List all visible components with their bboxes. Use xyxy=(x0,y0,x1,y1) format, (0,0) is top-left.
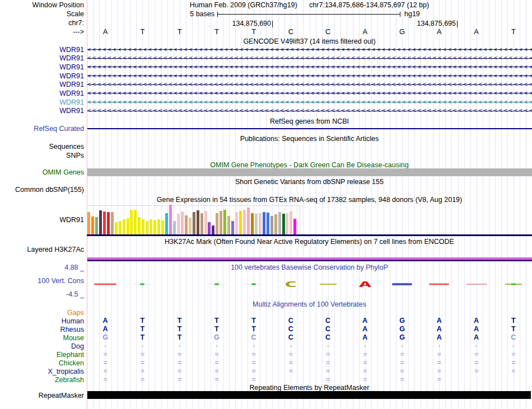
gtex-tissue-bar[interactable] xyxy=(197,210,199,234)
gtex-tissue-bar[interactable] xyxy=(227,216,230,234)
refseq-curated-label[interactable]: RefSeq Curated xyxy=(0,125,84,133)
gencode-gene-line[interactable]: <<<<<<<<<<<<<<<<<<<<<<<<<<<<<<<<<<<<<<<<… xyxy=(87,63,532,72)
gtex-tissue-bar[interactable] xyxy=(123,219,125,234)
gencode-gene-line[interactable]: <<<<<<<<<<<<<<<<<<<<<<<<<<<<<<<<<<<<<<<<… xyxy=(87,89,532,98)
gtex-tissue-bar[interactable] xyxy=(293,219,296,234)
multiz-species-label[interactable]: Zebrafish xyxy=(0,376,84,384)
gencode-gene-line[interactable]: <<<<<<<<<<<<<<<<<<<<<<<<<<<<<<<<<<<<<<<<… xyxy=(87,45,532,54)
gtex-tissue-bar[interactable] xyxy=(208,222,211,234)
gtex-tissue-bar[interactable] xyxy=(220,211,222,234)
gtex-tissue-bar[interactable] xyxy=(235,212,238,234)
gencode-gene-label[interactable]: WDR91 xyxy=(0,98,84,106)
gtex-tissue-bar[interactable] xyxy=(200,213,203,234)
gtex-tissue-bar[interactable] xyxy=(247,208,250,234)
gencode-gene-label[interactable]: WDR91 xyxy=(0,107,84,115)
gtex-tissue-bar[interactable] xyxy=(127,218,129,234)
gtex-tissue-bar[interactable] xyxy=(87,212,90,234)
gtex-tissue-bar[interactable] xyxy=(286,213,288,234)
gtex-tissue-bar[interactable] xyxy=(111,212,114,234)
gencode-gene-label[interactable]: WDR91 xyxy=(0,63,84,71)
gtex-tissue-bar[interactable] xyxy=(189,218,192,234)
gtex-tissue-bar[interactable] xyxy=(270,216,273,234)
gtex-tissue-bar[interactable] xyxy=(212,225,214,234)
multiz-row-x_tropicalis[interactable]: X_tropicalis============ xyxy=(0,367,532,375)
gtex-tissue-bar[interactable] xyxy=(150,219,152,234)
gtex-gene-label[interactable]: WDR91 xyxy=(0,216,84,224)
repeatmasker-element-bar[interactable] xyxy=(87,391,531,399)
gtex-tissue-bar[interactable] xyxy=(290,211,292,234)
gtex-tissue-bar[interactable] xyxy=(146,221,148,234)
gtex-tissue-bar[interactable] xyxy=(193,212,195,234)
gtex-tissue-bar[interactable] xyxy=(204,211,207,234)
gtex-tissue-bar[interactable] xyxy=(91,217,94,234)
omim-gene-bar[interactable] xyxy=(87,168,532,176)
gencode-gene-line[interactable]: <<<<<<<<<<<<<<<<<<<<<<<<<<<<<<<<<<<<<<<<… xyxy=(87,72,532,81)
gtex-tissue-bar[interactable] xyxy=(223,210,226,234)
publications-snps-label[interactable]: SNPs xyxy=(0,152,84,159)
multiz-species-label[interactable]: Mouse xyxy=(0,334,84,342)
gtex-tissue-bar[interactable] xyxy=(282,214,285,234)
publications-sequences-label[interactable]: Sequences xyxy=(0,143,84,151)
multiz-species-label[interactable]: Rhesus xyxy=(0,326,84,333)
gtex-tissue-bar[interactable] xyxy=(142,219,144,234)
gtex-tissue-bar[interactable] xyxy=(153,220,156,234)
gtex-tissue-bar[interactable] xyxy=(185,215,188,234)
multiz-species-label[interactable]: Human xyxy=(0,317,84,325)
gtex-tissue-bar[interactable] xyxy=(173,221,176,234)
gtex-tissue-bar[interactable] xyxy=(216,213,218,234)
multiz-row-rhesus[interactable]: RhesusATTTTCCAGAAT xyxy=(0,325,532,333)
gtex-tissue-bar[interactable] xyxy=(259,213,262,234)
gtex-tissue-bar[interactable] xyxy=(95,217,98,234)
gencode-gene-label[interactable]: WDR91 xyxy=(0,46,84,54)
h3k27ac-signal-band[interactable] xyxy=(87,257,532,261)
gtex-tissue-bar[interactable] xyxy=(130,210,133,234)
gtex-tissue-bar[interactable] xyxy=(161,220,164,234)
multiz-species-label[interactable]: Chicken xyxy=(0,359,84,367)
multiz-species-label[interactable]: Dog xyxy=(0,342,84,350)
layered-h3k27ac-label[interactable]: Layered H3K27Ac xyxy=(0,246,84,253)
multiz-row-elephant[interactable]: Elephant============ xyxy=(0,350,532,359)
gencode-gene-label[interactable]: WDR91 xyxy=(0,54,84,62)
multiz-row-human[interactable]: HumanATTTTCCAGAAT xyxy=(0,317,532,325)
multiz-row-dog[interactable]: Dog------------ xyxy=(0,342,532,350)
gencode-gene-line[interactable]: <<<<<<<<<<<<<<<<<<<<<<<<<<<<<<<<<<<<<<<<… xyxy=(87,98,532,107)
gtex-tissue-bar[interactable] xyxy=(231,221,234,234)
gencode-gene-label[interactable]: WDR91 xyxy=(0,72,84,80)
common-dbsnp-label[interactable]: Common dbSNP(155) xyxy=(0,186,84,194)
gtex-tissue-bar[interactable] xyxy=(115,222,118,234)
gencode-gene-label[interactable]: WDR91 xyxy=(0,81,84,88)
gtex-tissue-bar[interactable] xyxy=(169,205,172,234)
multiz-row-mouse[interactable]: MouseGTTGCCCAGAAC xyxy=(0,333,532,342)
gtex-tissue-bar[interactable] xyxy=(267,213,269,234)
gencode-gene-line[interactable]: <<<<<<<<<<<<<<<<<<<<<<<<<<<<<<<<<<<<<<<<… xyxy=(87,54,532,63)
multiz-row-zebrafish[interactable]: Zebrafish========= xyxy=(0,375,532,384)
gtex-tissue-bar[interactable] xyxy=(138,217,141,234)
refseq-gene-line[interactable] xyxy=(87,128,532,129)
gtex-tissue-bar[interactable] xyxy=(243,210,246,234)
gtex-tissue-bar[interactable] xyxy=(157,219,160,234)
gtex-tissue-bar[interactable] xyxy=(99,210,102,234)
repeatmasker-label[interactable]: RepeatMasker xyxy=(0,392,84,399)
gtex-tissue-bar[interactable] xyxy=(239,211,242,234)
gtex-tissue-bar[interactable] xyxy=(177,214,180,234)
gtex-tissue-bar[interactable] xyxy=(181,211,184,234)
gtex-tissue-bar[interactable] xyxy=(165,213,168,234)
gtex-tissue-bar[interactable] xyxy=(134,210,137,234)
multiz-species-label[interactable]: Gaps xyxy=(0,309,84,317)
gencode-gene-label[interactable]: WDR91 xyxy=(0,90,84,97)
gencode-gene-line[interactable]: <<<<<<<<<<<<<<<<<<<<<<<<<<<<<<<<<<<<<<<<… xyxy=(87,80,532,89)
gtex-tissue-bar[interactable] xyxy=(274,214,277,234)
omim-genes-label[interactable]: OMIM Genes xyxy=(0,168,84,176)
multiz-species-label[interactable]: Elephant xyxy=(0,351,84,359)
gtex-tissue-bar[interactable] xyxy=(255,214,258,234)
gtex-tissue-bar[interactable] xyxy=(107,212,110,234)
multiz-species-label[interactable]: X_tropicalis xyxy=(0,368,84,375)
multiz-row-gaps[interactable]: Gaps xyxy=(0,308,532,317)
gtex-tissue-bar[interactable] xyxy=(278,212,281,234)
multiz-row-chicken[interactable]: Chicken============ xyxy=(0,359,532,367)
gtex-tissue-bar[interactable] xyxy=(263,212,265,234)
phylop-track-label[interactable]: 100 Vert. Cons xyxy=(0,277,84,285)
gtex-tissue-bar[interactable] xyxy=(119,221,122,234)
gencode-gene-line[interactable]: <<<<<<<<<<<<<<<<<<<<<<<<<<<<<<<<<<<<<<<<… xyxy=(87,106,532,115)
gtex-tissue-bar[interactable] xyxy=(251,213,254,234)
